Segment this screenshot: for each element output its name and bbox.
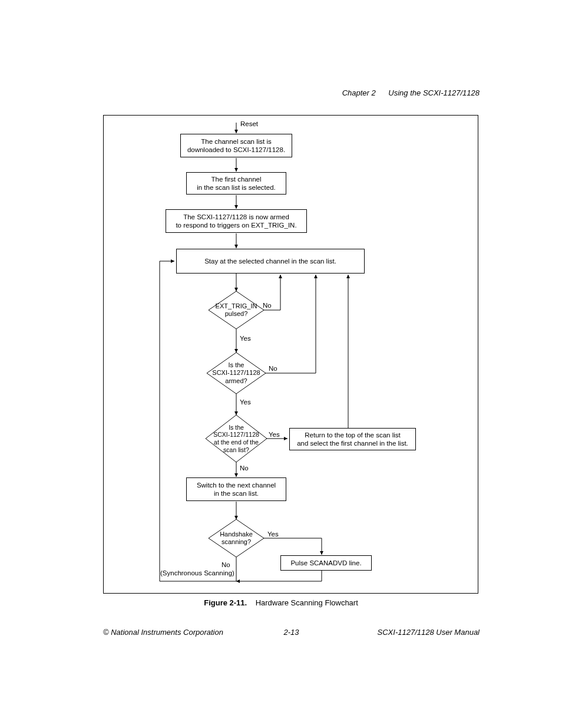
box-return-top: Return to the top of the scan list and s… bbox=[289, 428, 416, 450]
d3-no: No bbox=[240, 465, 249, 472]
page-header: Chapter 2 Using the SCXI-1127/1128 bbox=[342, 88, 480, 97]
flowchart-frame: Reset The channel scan list is downloade… bbox=[103, 115, 478, 594]
chapter-label: Chapter 2 bbox=[342, 88, 376, 97]
figure-number: Figure 2-11. bbox=[204, 598, 247, 607]
figure-caption: Figure 2-11. Hardware Scanning Flowchart bbox=[0, 598, 562, 607]
d1-no: No bbox=[263, 302, 272, 309]
d2-yes: Yes bbox=[240, 398, 251, 406]
d4-yes: Yes bbox=[267, 531, 279, 538]
page: Chapter 2 Using the SCXI-1127/1128 bbox=[0, 0, 562, 728]
decision-armed: Is the SCXI-1127/1128 armed? bbox=[207, 353, 266, 394]
box-first-channel: The first channel in the scan list is se… bbox=[186, 172, 286, 195]
box-stay: Stay at the selected channel in the scan… bbox=[176, 249, 365, 274]
decision-ext-trig: EXT_TRIG_IN pulsed? bbox=[209, 291, 264, 329]
figure-title: Hardware Scanning Flowchart bbox=[256, 598, 358, 607]
footer-center: 2-13 bbox=[103, 628, 480, 637]
box-pulse-scanadvd: Pulse SCANADVD line. bbox=[280, 555, 372, 571]
sync-label: (Synchronous Scanning) bbox=[160, 569, 234, 577]
d3-yes: Yes bbox=[269, 431, 280, 438]
reset-label: Reset bbox=[240, 120, 258, 127]
page-footer: © National Instruments Corporation 2-13 … bbox=[103, 628, 480, 637]
flowchart-arrows bbox=[104, 116, 478, 593]
chapter-title: Using the SCXI-1127/1128 bbox=[388, 88, 480, 97]
d2-no: No bbox=[269, 365, 277, 372]
box-switch-next: Switch to the next channel in the scan l… bbox=[186, 477, 286, 501]
d4-no: No bbox=[222, 561, 230, 568]
decision-end-of-list: Is the SCXI-1127/1128 at the end of the … bbox=[206, 415, 267, 462]
decision-handshake: Handshake scanning? bbox=[209, 519, 264, 557]
box-download-scan-list: The channel scan list is downloaded to S… bbox=[180, 134, 292, 157]
d1-yes: Yes bbox=[240, 335, 251, 342]
box-armed: The SCXI-1127/1128 is now armed to respo… bbox=[166, 209, 307, 233]
